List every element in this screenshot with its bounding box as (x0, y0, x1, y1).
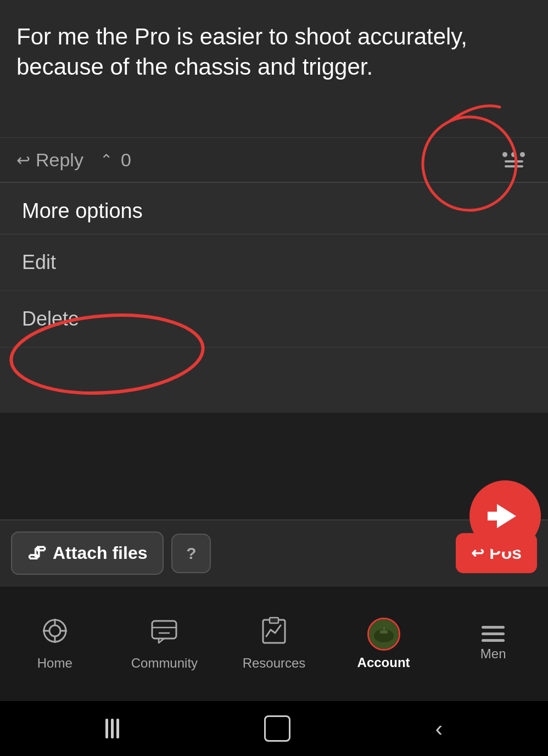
svg-rect-9 (152, 621, 176, 639)
attach-files-button[interactable]: 🖇 Attach files (11, 531, 164, 575)
vote-count: 0 (121, 149, 131, 171)
nav-label-menu: Men (480, 646, 506, 662)
help-button[interactable]: ? (171, 534, 211, 573)
post-label: Pos (489, 543, 522, 563)
nav-item-resources[interactable]: Resources (219, 611, 329, 676)
action-bar: ↩ Reply ⌃ 0 (0, 137, 548, 182)
more-options-title: More options (0, 183, 548, 234)
home-icon (41, 617, 69, 651)
delete-wrapper: Delete (0, 291, 548, 347)
nav-item-community[interactable]: Community (110, 611, 220, 676)
phone-bottom-bar: ‹ (0, 701, 548, 756)
nav-item-menu[interactable]: Men (438, 620, 548, 667)
menu-lines-icon (505, 160, 523, 167)
reply-label: Reply (36, 149, 83, 171)
delete-menu-item[interactable]: Delete (0, 291, 548, 347)
resources-icon (260, 617, 288, 651)
svg-rect-17 (383, 627, 385, 634)
nav-label-account: Account (357, 655, 410, 670)
attach-label: Attach files (53, 543, 147, 563)
post-reply-icon: ↩ (471, 544, 484, 562)
panel-spacer (0, 347, 548, 413)
reply-button[interactable]: ↩ Reply (16, 149, 83, 171)
hamburger-icon (482, 626, 505, 642)
more-options-button[interactable] (496, 148, 532, 172)
vote-section: ⌃ 0 (100, 149, 131, 171)
bottom-toolbar: 🖇 Attach files ? ↩ Pos (0, 519, 548, 586)
help-icon: ? (186, 544, 196, 563)
reply-arrow-icon: ↩ (16, 150, 30, 170)
nav-label-home: Home (37, 656, 72, 671)
edit-menu-item[interactable]: Edit (0, 234, 548, 291)
post-button[interactable]: ↩ Pos (456, 533, 537, 573)
vote-up-button[interactable]: ⌃ (100, 151, 113, 169)
back-button[interactable]: ‹ (435, 716, 443, 741)
nav-item-home[interactable]: Home (0, 611, 110, 676)
nav-label-community: Community (131, 656, 198, 671)
more-options-panel: More options Edit Delete (0, 182, 548, 413)
avatar-image (369, 619, 399, 649)
three-dots-icon (502, 152, 525, 157)
home-circle-icon (264, 715, 290, 742)
recent-apps-button[interactable] (105, 719, 119, 738)
bottom-nav: Home Community Resources (0, 586, 548, 701)
post-text: For me the Pro is easier to shoot accura… (16, 22, 532, 82)
account-avatar (367, 618, 400, 651)
svg-point-4 (49, 625, 60, 636)
community-icon (150, 617, 178, 651)
nav-item-account[interactable]: Account (329, 612, 439, 676)
recent-apps-icon (105, 719, 119, 738)
paperclip-icon: 🖇 (27, 542, 46, 564)
nav-label-resources: Resources (243, 656, 306, 671)
home-button[interactable] (264, 715, 290, 742)
svg-rect-13 (270, 618, 278, 623)
back-chevron-icon: ‹ (435, 716, 443, 741)
post-content: For me the Pro is easier to shoot accura… (0, 0, 548, 137)
